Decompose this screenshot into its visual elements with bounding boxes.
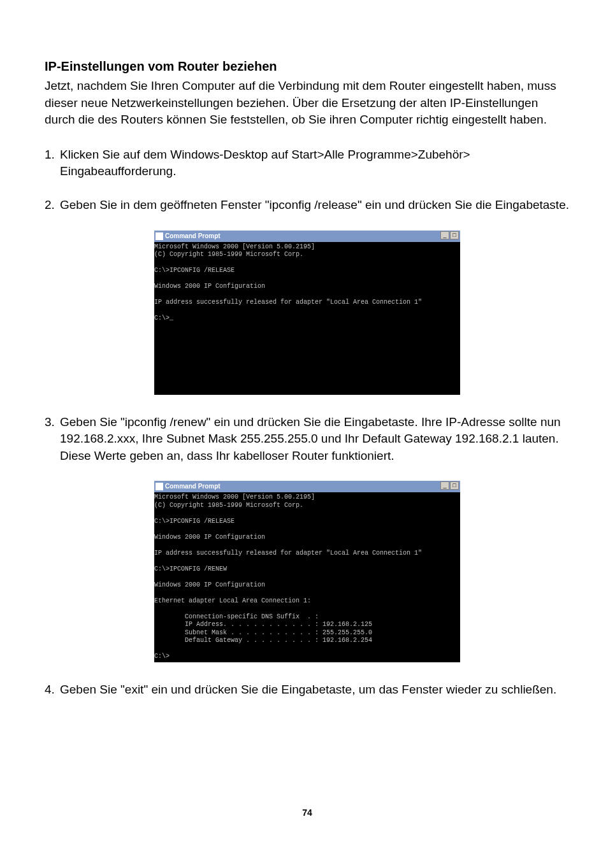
maximize-button[interactable]: □ — [450, 231, 459, 239]
terminal-title: Command Prompt — [165, 232, 221, 241]
terminal-titlebar: Command Prompt _ □ — [154, 481, 460, 492]
minimize-button[interactable]: _ — [440, 231, 449, 239]
terminal-screenshot-renew: Command Prompt _ □ Microsoft Windows 200… — [154, 481, 460, 662]
window-controls: _ □ — [440, 231, 459, 239]
step-2-number: 2. — [45, 197, 60, 214]
cmd-icon — [156, 232, 163, 240]
cmd-icon — [156, 483, 163, 490]
step-3-text: Geben Sie "ipconfig /renew" ein und drüc… — [60, 414, 570, 465]
maximize-button[interactable]: □ — [450, 481, 459, 490]
window-controls: _ □ — [440, 481, 459, 490]
step-4-number: 4. — [45, 681, 60, 699]
terminal-body: Microsoft Windows 2000 [Version 5.00.219… — [154, 242, 460, 395]
step-1: 1. Klicken Sie auf dem Windows-Desktop a… — [45, 146, 570, 180]
step-2: 2. Geben Sie in dem geöffneten Fenster "… — [45, 197, 570, 214]
step-3-number: 3. — [45, 414, 60, 465]
minimize-button[interactable]: _ — [440, 481, 449, 490]
step-1-text: Klicken Sie auf dem Windows-Desktop auf … — [60, 146, 570, 180]
step-2-text: Geben Sie in dem geöffneten Fenster "ipc… — [60, 197, 570, 214]
terminal-body: Microsoft Windows 2000 [Version 5.00.219… — [154, 492, 460, 662]
step-3: 3. Geben Sie "ipconfig /renew" ein und d… — [45, 414, 570, 465]
terminal-titlebar: Command Prompt _ □ — [154, 231, 460, 242]
step-1-number: 1. — [45, 146, 60, 180]
intro-paragraph: Jetzt, nachdem Sie Ihren Computer auf di… — [45, 78, 570, 129]
page-number: 74 — [45, 807, 570, 820]
terminal-title: Command Prompt — [165, 482, 221, 491]
terminal-screenshot-release: Command Prompt _ □ Microsoft Windows 200… — [154, 231, 460, 395]
step-4: 4. Geben Sie "exit" ein und drücken Sie … — [45, 681, 570, 699]
section-heading: IP-Einstellungen vom Router beziehen — [45, 57, 570, 75]
step-4-text: Geben Sie "exit" ein und drücken Sie die… — [60, 681, 570, 699]
